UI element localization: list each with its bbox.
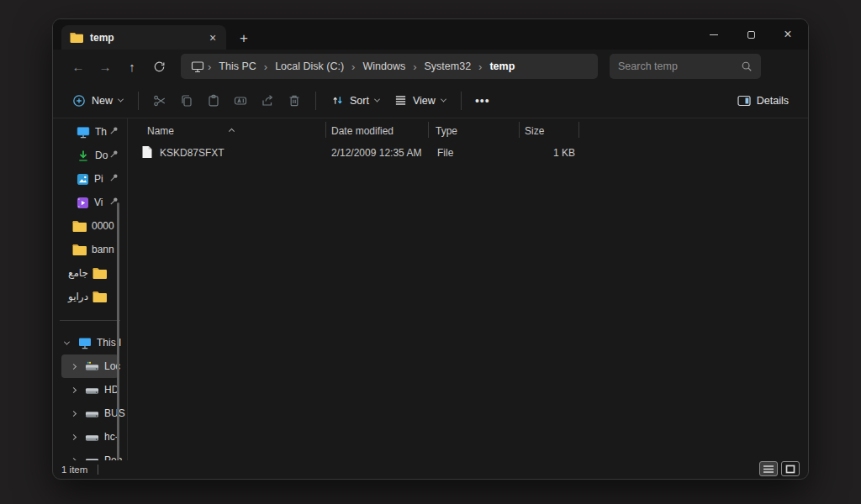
sidebar-item-label: درايو — [68, 291, 88, 302]
sidebar-item-this-pc[interactable]: This I — [53, 331, 127, 354]
tab-close-icon[interactable]: × — [204, 29, 221, 46]
rename-button[interactable] — [227, 88, 254, 113]
item-count: 1 item — [61, 465, 87, 475]
column-header-name[interactable]: Name — [147, 125, 174, 140]
minimize-button[interactable] — [695, 19, 732, 50]
copy-button[interactable] — [173, 88, 200, 113]
file-type: File — [437, 147, 453, 159]
details-view-toggle[interactable] — [759, 461, 778, 476]
file-row[interactable]: KSKD87SFXT 2/12/2009 12:35 AM File 1 KB — [128, 144, 556, 164]
sort-arrows-icon — [331, 94, 344, 107]
sidebar-folder-arabic-2[interactable]: درايو — [53, 285, 127, 308]
file-icon — [141, 145, 153, 159]
column-resizer[interactable] — [519, 122, 520, 138]
plus-circle-icon — [72, 94, 86, 108]
new-tab-button[interactable]: + — [240, 31, 248, 45]
back-button[interactable]: ← — [65, 55, 92, 78]
titlebar: temp × + × — [53, 19, 808, 50]
up-button[interactable]: ↑ — [119, 55, 145, 78]
chevron-right-icon[interactable] — [68, 388, 78, 392]
sidebar-item-drive-bus[interactable]: BUS — [53, 402, 127, 425]
view-button[interactable]: View — [387, 89, 453, 112]
chevron-down-icon — [441, 97, 446, 102]
sort-button[interactable]: Sort — [324, 89, 387, 112]
chevron-down-icon — [118, 97, 124, 102]
sidebar-folder-bann[interactable]: bann — [53, 238, 127, 261]
cut-button[interactable] — [146, 88, 173, 113]
sidebar-divider — [60, 320, 120, 321]
pin-icon — [109, 173, 119, 182]
sidebar-item-label: BUS — [104, 407, 125, 419]
sidebar-item-videos[interactable]: Vi — [53, 191, 127, 214]
address-row: ← → ↑ › This PC › Local Disk (C:) › Wind… — [53, 50, 808, 83]
column-header-type[interactable]: Type — [436, 125, 457, 140]
close-button[interactable]: × — [769, 19, 806, 50]
folder-icon — [72, 220, 87, 232]
sidebar-folder-arabic-1[interactable]: جامع — [53, 261, 127, 285]
column-resizer[interactable] — [325, 122, 326, 138]
forward-button[interactable]: → — [92, 55, 119, 78]
chevron-down-icon[interactable] — [61, 341, 71, 345]
sort-button-label: Sort — [350, 95, 369, 107]
window-controls: × — [695, 19, 806, 50]
maximize-button[interactable] — [732, 19, 769, 50]
breadcrumb-system32[interactable]: System32 — [417, 60, 479, 72]
sidebar-item-drive-pen[interactable]: Pen — [53, 449, 127, 460]
sidebar-item-label: Pi — [94, 173, 103, 185]
downloads-icon — [77, 150, 90, 162]
more-icon: ••• — [475, 94, 490, 108]
view-lines-icon — [394, 94, 407, 107]
sidebar-item-label: Pen — [104, 454, 122, 460]
paste-button[interactable] — [200, 88, 227, 113]
chevron-right-icon[interactable] — [68, 365, 78, 369]
sidebar-item-local-disk[interactable]: Loc — [53, 354, 127, 378]
sidebar-item-pictures[interactable]: Pi — [53, 167, 127, 191]
windows-drive-icon — [85, 361, 99, 372]
folder-icon — [92, 267, 107, 279]
details-pane-button[interactable]: Details — [730, 90, 796, 112]
view-toggles — [759, 461, 800, 476]
toolbar-divider — [315, 92, 316, 110]
large-icons-view-toggle[interactable] — [781, 461, 800, 476]
breadcrumb-local-disk[interactable]: Local Disk (C:) — [267, 60, 351, 72]
sidebar-item-label: Do — [95, 150, 108, 161]
delete-button[interactable] — [281, 88, 308, 113]
sidebar-item-label: Vi — [94, 197, 103, 208]
file-name: KSKD87SFXT — [160, 147, 224, 159]
sidebar-folder-0000[interactable]: 0000 — [53, 214, 127, 238]
chevron-right-icon[interactable] — [68, 435, 78, 439]
this-pc-icon — [78, 337, 92, 349]
more-options-button[interactable]: ••• — [469, 88, 496, 113]
drive-icon — [85, 408, 99, 419]
details-pane-label: Details — [757, 95, 789, 107]
breadcrumb-windows[interactable]: Windows — [355, 60, 413, 72]
search-input[interactable]: Search temp — [618, 60, 741, 72]
share-button[interactable] — [254, 88, 281, 113]
column-resizer[interactable] — [428, 122, 429, 138]
search-box[interactable]: Search temp — [610, 54, 761, 79]
breadcrumb-this-pc[interactable]: This PC — [211, 60, 263, 72]
column-resizer[interactable] — [578, 122, 579, 138]
sidebar-item-desktop[interactable]: Th — [53, 120, 127, 144]
column-header-size[interactable]: Size — [525, 125, 544, 140]
sidebar-item-drive-hd[interactable]: HD — [53, 378, 127, 402]
sidebar-item-drive-hc[interactable]: hc- — [53, 425, 127, 449]
tab-temp[interactable]: temp × — [61, 25, 226, 50]
search-icon — [741, 60, 753, 72]
pin-icon — [109, 126, 119, 135]
status-divider — [98, 465, 98, 475]
drive-icon — [85, 385, 99, 396]
column-header-date-modified[interactable]: Date modified — [331, 125, 394, 140]
chevron-right-icon[interactable] — [68, 412, 78, 416]
sidebar-item-label: جامع — [68, 267, 88, 279]
maximize-icon — [747, 31, 755, 39]
breadcrumb-temp[interactable]: temp — [482, 60, 522, 72]
sidebar-item-downloads[interactable]: Do — [53, 144, 127, 167]
sidebar-scrollbar[interactable] — [117, 202, 119, 460]
refresh-button[interactable] — [145, 55, 172, 78]
new-button[interactable]: New — [65, 89, 130, 113]
chevron-down-icon — [374, 97, 380, 102]
toolbar-divider — [138, 92, 139, 110]
videos-icon — [77, 197, 89, 209]
breadcrumb[interactable]: › This PC › Local Disk (C:) › Windows › … — [181, 54, 598, 79]
